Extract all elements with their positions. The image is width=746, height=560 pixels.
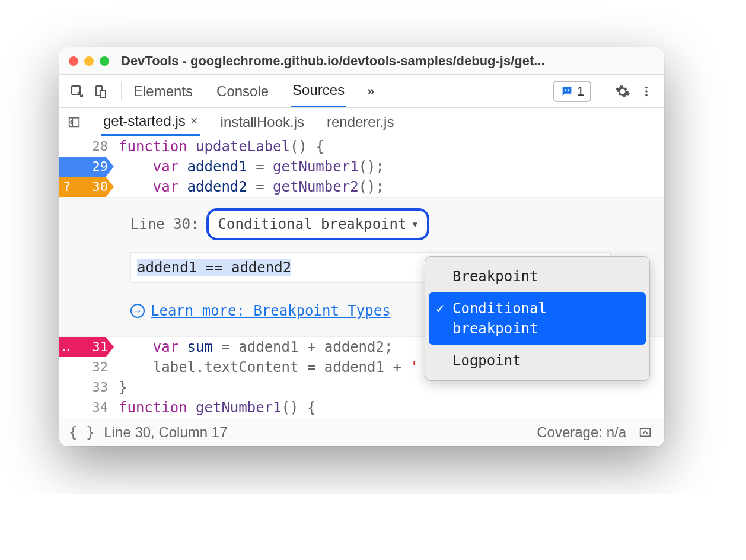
arrow-right-circle-icon: → [130,304,145,318]
menu-item-logpoint[interactable]: Logpoint [429,345,646,377]
line-number[interactable]: 34 [59,397,114,418]
tab-sources[interactable]: Sources [291,75,346,107]
separator [121,82,122,100]
line-number[interactable]: 32 [59,357,114,377]
svg-rect-3 [565,89,566,91]
code-editor[interactable]: 28 function updateLabel() { 29 var adden… [59,136,664,418]
issues-count: 1 [577,84,584,99]
close-window-button[interactable] [69,56,78,66]
devtools-window: DevTools - googlechrome.github.io/devtoo… [59,47,664,446]
file-tab-renderer[interactable]: renderer.js [324,109,396,135]
line-number-logpoint[interactable]: ‥31 [59,337,114,357]
panel-tabs: Elements Console Sources » [132,75,374,107]
pretty-print-icon[interactable]: { } [69,424,94,441]
line-number-conditional-breakpoint[interactable]: ?30 [59,177,114,197]
window-controls [69,56,109,66]
close-tab-icon[interactable]: × [190,113,198,129]
main-toolbar: Elements Console Sources » 1 [59,75,664,108]
inspect-element-icon[interactable] [68,82,87,101]
learn-more-link[interactable]: Learn more: Breakpoint Types [151,301,391,321]
check-icon: ✓ [436,298,444,319]
breakpoint-type-value: Conditional breakpoint [218,214,407,234]
file-tab-label: installHook.js [221,114,304,131]
code-line: ?30 var addend2 = getNumber2(); [59,177,664,197]
navigator-toggle-icon[interactable] [65,116,83,129]
coverage-status: Coverage: n/a [537,424,626,441]
line-number[interactable]: 28 [59,136,114,157]
minimize-window-button[interactable] [84,56,94,66]
window-title: DevTools - googlechrome.github.io/devtoo… [121,53,545,69]
code-line: 34 function getNumber1() { [59,397,664,418]
file-tab-label: get-started.js [103,113,186,129]
issues-badge[interactable]: 1 [553,81,591,102]
svg-rect-2 [100,90,106,97]
tab-console[interactable]: Console [215,76,270,107]
svg-point-5 [645,86,648,88]
file-tabs: get-started.js × installHook.js renderer… [59,108,664,136]
chevron-down-icon: ▼ [412,214,417,234]
menu-item-breakpoint[interactable]: Breakpoint [429,260,646,292]
code-line: 29 var addend1 = getNumber1(); [59,157,664,177]
tab-elements[interactable]: Elements [132,76,194,107]
condition-expression: addend1 == addend2 [137,259,291,276]
file-tab-label: renderer.js [327,114,394,131]
svg-rect-9 [640,428,651,436]
settings-icon[interactable] [613,82,632,101]
code-line: 28 function updateLabel() { [59,136,664,157]
line-number[interactable]: 33 [59,377,114,397]
file-tab-installhook[interactable]: installHook.js [218,109,307,135]
titlebar: DevTools - googlechrome.github.io/devtoo… [59,47,664,75]
breakpoint-type-menu: Breakpoint ✓ Conditional breakpoint Logp… [425,256,650,381]
svg-point-6 [645,90,648,93]
device-toolbar-icon[interactable] [91,82,110,101]
more-tabs-icon[interactable]: » [367,84,374,99]
file-tab-get-started[interactable]: get-started.js × [101,108,200,136]
menu-item-conditional-breakpoint[interactable]: ✓ Conditional breakpoint [429,292,646,345]
zoom-window-button[interactable] [100,56,109,66]
show-drawer-icon[interactable] [636,423,655,442]
svg-rect-4 [568,89,569,91]
separator [602,82,602,100]
breakpoint-line-label: Line 30: [130,214,199,234]
line-number-breakpoint[interactable]: 29 [59,157,114,177]
more-options-icon[interactable] [637,82,656,101]
svg-point-7 [645,94,648,96]
breakpoint-type-select[interactable]: Conditional breakpoint ▼ [206,208,429,240]
statusbar: { } Line 30, Column 17 Coverage: n/a [59,418,664,446]
cursor-position: Line 30, Column 17 [104,424,227,441]
